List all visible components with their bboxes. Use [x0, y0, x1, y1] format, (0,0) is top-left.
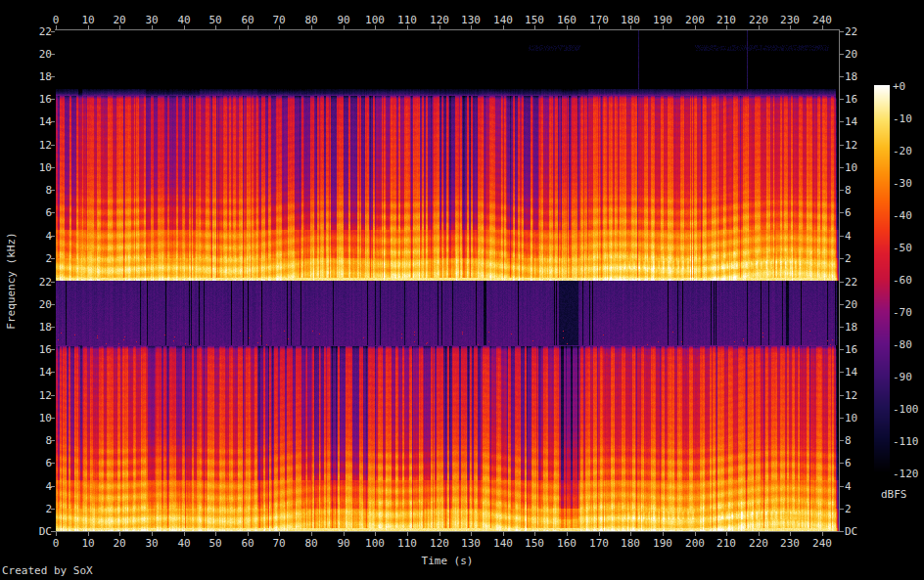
freq-tick-right: [840, 486, 844, 487]
time-tick-label-top: 180: [621, 14, 640, 26]
time-tick-label-top: 70: [272, 14, 285, 26]
freq-tick-label-right: 16: [845, 343, 857, 356]
time-tick-label-bottom: 130: [461, 537, 481, 550]
freq-tick-left: [51, 76, 55, 77]
freq-tick-left: [51, 212, 55, 213]
freq-tick-label-right: 20: [845, 48, 857, 61]
plot-border-top: [55, 29, 840, 30]
dbfs-tick-label: +0: [893, 80, 905, 93]
time-tick-bottom: [184, 532, 185, 536]
time-tick-label-bottom: 20: [113, 537, 125, 550]
dbfs-tick-label: -70: [893, 306, 912, 319]
freq-tick-label-left: 16: [39, 93, 52, 106]
time-tick-bottom: [88, 532, 89, 536]
freq-tick-label-left: 16: [39, 343, 52, 356]
dbfs-tick-label: -40: [893, 209, 912, 222]
time-tick-label-bottom: 200: [685, 537, 705, 550]
colorbar: [874, 85, 890, 473]
freq-tick-left: [51, 258, 55, 259]
time-tick-label-top: 160: [557, 14, 577, 26]
time-tick-label-top: 60: [241, 14, 254, 26]
freq-tick-left: [51, 145, 55, 146]
dbfs-tick-label: -30: [893, 177, 912, 190]
dbfs-tick-label: -50: [893, 242, 912, 254]
freq-tick-left: [51, 327, 55, 328]
freq-tick-right: [840, 31, 844, 32]
freq-tick-right: [840, 395, 844, 396]
freq-tick-label-left: 14: [39, 366, 52, 379]
freq-tick-label-left: 10: [39, 161, 52, 174]
freq-tick-left: [51, 54, 55, 55]
time-tick-label-bottom: 10: [81, 537, 94, 550]
time-tick-bottom: [56, 532, 57, 536]
time-tick-label-top: 130: [461, 14, 481, 26]
freq-tick-label-right: 14: [845, 115, 857, 128]
dbfs-tick-label: -80: [893, 338, 912, 351]
dbfs-tick-label: -120: [893, 468, 919, 480]
sox-credit: Created by SoX: [2, 564, 93, 577]
time-tick-label-top: 110: [397, 14, 417, 26]
freq-tick-label-left: 12: [39, 389, 52, 402]
dbfs-tick-label: -110: [893, 435, 919, 448]
freq-tick-right: [840, 440, 844, 441]
freq-tick-right: [840, 509, 844, 510]
time-tick-label-top: 50: [208, 14, 221, 26]
time-tick-label-bottom: 60: [241, 537, 254, 550]
time-tick-bottom: [407, 532, 408, 536]
freq-tick-left: [51, 190, 55, 191]
spectrogram-canvas: [56, 30, 839, 531]
freq-tick-right: [840, 99, 844, 100]
time-tick-bottom: [471, 532, 472, 536]
freq-tick-label-left: 18: [39, 321, 52, 334]
freq-tick-label-right: 12: [845, 389, 857, 402]
time-tick-bottom: [375, 532, 376, 536]
freq-tick-left: [51, 99, 55, 100]
time-tick-label-bottom: 110: [397, 537, 417, 550]
time-tick-bottom: [215, 532, 216, 536]
time-tick-label-top: 100: [365, 14, 385, 26]
time-tick-label-bottom: 140: [493, 537, 513, 550]
freq-tick-left: [51, 395, 55, 396]
freq-tick-label-right: 2: [845, 252, 852, 265]
sox-spectrogram-window: Frequency (kHz) 001010202030304040505060…: [0, 0, 924, 580]
freq-tick-label-right: 10: [845, 161, 857, 174]
time-tick-label-top: 210: [716, 14, 736, 26]
time-tick-bottom: [119, 532, 120, 536]
freq-tick-right: [840, 145, 844, 146]
freq-tick-right: [840, 54, 844, 55]
freq-tick-label-right-dc: DC: [845, 525, 857, 538]
freq-tick-label-right: 8: [845, 184, 852, 197]
freq-tick-label-right: 14: [845, 366, 857, 379]
freq-tick-left: [51, 509, 55, 510]
time-tick-bottom: [344, 532, 345, 536]
freq-tick-right: [840, 76, 844, 77]
freq-tick-label-right: 18: [845, 321, 857, 334]
time-tick-label-top: 120: [430, 14, 449, 26]
freq-tick-left: [51, 486, 55, 487]
freq-tick-left: [51, 282, 55, 283]
time-tick-label-bottom: 230: [780, 537, 800, 550]
freq-tick-label-right: 22: [845, 25, 857, 38]
freq-tick-left: [51, 121, 55, 122]
freq-tick-right: [840, 304, 844, 305]
freq-tick-label-right: 10: [845, 412, 857, 424]
freq-tick-label-left: 20: [39, 48, 52, 61]
freq-tick-label-left: 22: [39, 276, 52, 289]
time-tick-label-top: 190: [653, 14, 672, 26]
freq-tick-right: [840, 463, 844, 464]
freq-tick-label-left-dc: DC: [39, 525, 52, 538]
freq-tick-right: [840, 167, 844, 168]
time-tick-label-bottom: 90: [337, 537, 349, 550]
time-tick-bottom: [759, 532, 760, 536]
time-axis-title: Time (s): [422, 555, 474, 567]
dbfs-tick-label: -60: [893, 274, 912, 287]
freq-tick-label-right: 12: [845, 139, 857, 152]
time-tick-label-top: 80: [304, 14, 317, 26]
freq-tick-label-left: 12: [39, 139, 52, 152]
time-tick-bottom: [822, 532, 823, 536]
freq-tick-right: [840, 327, 844, 328]
freq-tick-left: [51, 31, 55, 32]
freq-tick-left: [51, 418, 55, 419]
time-tick-label-bottom: 100: [365, 537, 385, 550]
time-tick-label-bottom: 150: [525, 537, 544, 550]
